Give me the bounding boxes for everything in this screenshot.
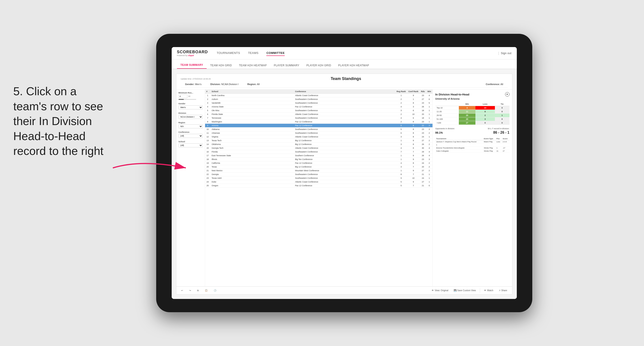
table-row[interactable]: 7 Tennessee Southeastern Conference 4 6 … — [205, 116, 432, 120]
h2h-row: Top 10 3 13 0 — [436, 106, 510, 110]
h2h-close-button[interactable]: × — [505, 92, 510, 97]
nav-committee[interactable]: COMMITTEE — [266, 50, 285, 56]
view-original-btn[interactable]: 👁View: Original — [430, 289, 450, 292]
copy-btn[interactable]: ⧉ — [196, 289, 200, 292]
filter-min-rounds: Minimum Rou... 30 — [178, 92, 203, 100]
table-row[interactable]: 25 Oregon Pac-12 Conference 5 7 21 0 — [205, 184, 432, 187]
opponents-label: Opponents in division: — [436, 128, 455, 130]
table-row[interactable]: 9 Arizona Pac-12 Conference 5 8 22 3 — [205, 124, 432, 128]
col-header-reg-rank: Reg Rank — [395, 89, 407, 94]
tournament-row: Cabo Collegiate Stroke Play 11 17 — [436, 150, 510, 153]
table-row[interactable]: 19 California Pac-12 Conference 4 8 24 2 — [205, 161, 432, 165]
table-row[interactable]: 8 Washington Pac-12 Conference 2 8 23 1 — [205, 120, 432, 124]
table-row[interactable]: 6 Florida State Atlantic Coast Conferenc… — [205, 112, 432, 116]
bottom-toolbar: ↩ ↪ ⧉ 📋 🕐 👁View: Original 💾Save Custom V… — [176, 286, 512, 294]
h2h-row: 51-100 20 3 0 — [436, 117, 510, 121]
table-row[interactable]: 3 Vanderbilt Southeastern Conference 2 8… — [205, 101, 432, 105]
filter-division: Division NCAA Division I — [178, 112, 203, 119]
division-select[interactable]: NCAA Division I — [178, 115, 203, 119]
col-header-conf-rank: Conf Rank — [407, 89, 420, 94]
clock-btn[interactable]: 🕐 — [212, 289, 218, 292]
nav-tournaments[interactable]: TOURNAMENTS — [217, 50, 240, 56]
table-row[interactable]: 5 Ole Miss Southeastern Conference 3 6 1… — [205, 109, 432, 112]
filter-school: School (All) — [178, 141, 203, 147]
logo-powered: Powered by clippd — [177, 54, 208, 57]
panel-header: Update time: 27/03/2024 16:56:26 Team St… — [176, 74, 512, 89]
tournament-table: Tournament Event Type Pos Score Jackson … — [436, 137, 510, 153]
table-row[interactable]: 18 Illinois Big Ten Conference 1 9 23 3 — [205, 158, 432, 161]
annotation-text: 5. Click on a team's row to see their In… — [13, 84, 108, 159]
sidebar-filters: Minimum Rou... 30 Gender Men's — [176, 89, 205, 286]
filter-gender: Gender Men's — [178, 103, 203, 109]
h2h-title: In Division Head-to-Head × — [436, 92, 510, 97]
sub-nav: TEAM SUMMARY TEAM H2H GRID TEAM H2H HEAT… — [172, 59, 517, 69]
standings-area: # School Conference Reg Rank Conf Rank R… — [205, 89, 432, 286]
standings-table: # School Conference Reg Rank Conf Rank R… — [205, 89, 432, 187]
opponents-pct: 99.1% — [436, 131, 443, 134]
table-row[interactable]: 24 Duke Atlantic Coast Conference 5 9 27… — [205, 180, 432, 184]
panel-body: Minimum Rou... 30 Gender Men's — [176, 89, 512, 286]
sub-nav-team-h2h-grid[interactable]: TEAM H2H GRID — [207, 62, 236, 69]
toolbar-sep-1 — [480, 288, 480, 293]
main-content: Update time: 27/03/2024 16:56:26 Team St… — [172, 69, 517, 299]
sub-nav-player-h2h-grid[interactable]: PLAYER H2H GRID — [303, 62, 335, 69]
table-row[interactable]: 1 North Carolina Atlantic Coast Conferen… — [205, 94, 432, 97]
table-row[interactable]: 14 Oklahoma Big 12 Conference 3 8 26 2 — [205, 143, 432, 146]
redo-btn[interactable]: ↪ — [188, 289, 192, 292]
update-time: Update time: 27/03/2024 16:56:26 — [181, 78, 211, 80]
h2h-panel: In Division Head-to-Head × University of… — [432, 89, 512, 286]
inner-panel: Update time: 27/03/2024 16:56:26 Team St… — [176, 74, 512, 295]
conference-select[interactable]: (All) — [178, 134, 203, 138]
table-row[interactable]: 10 Alabama Southeastern Conference 5 8 2… — [205, 128, 432, 131]
table-row[interactable]: 21 New Mexico Mountain West Conference 1… — [205, 169, 432, 173]
table-row[interactable]: 11 Arkansas Southeastern Conference 6 8 … — [205, 131, 432, 135]
top-nav: SCOREBOARD Powered by clippd TOURNAMENTS… — [172, 47, 517, 59]
save-custom-btn[interactable]: 💾Save Custom View — [452, 289, 477, 292]
table-row[interactable]: 4 Arizona State Pac-12 Conference 4 3 26… — [205, 105, 432, 109]
table-row[interactable]: 23 Texas A&M Southeastern Conference 9 1… — [205, 176, 432, 180]
region-select[interactable]: N/A — [178, 124, 203, 128]
tournament-row: 1 — [436, 143, 510, 147]
nav-teams[interactable]: TEAMS — [248, 50, 258, 56]
sub-nav-player-summary[interactable]: PLAYER SUMMARY — [270, 62, 303, 69]
h2h-team-name: University of Arizona — [436, 97, 510, 100]
panel-title: Team Standings — [331, 76, 361, 81]
logo-area: SCOREBOARD Powered by clippd — [177, 50, 208, 57]
table-row[interactable]: 12 Virginia Atlantic Coast Conference 3 … — [205, 135, 432, 139]
sub-nav-team-h2h-heatmap[interactable]: TEAM H2H HEATMAP — [236, 62, 270, 69]
h2h-row: 26-50 25 2 1 — [436, 114, 510, 117]
table-row[interactable]: 20 Texas Big 12 Conference 3 7 20 2 — [205, 165, 432, 169]
undo-btn[interactable]: ↩ — [180, 289, 184, 292]
school-select[interactable]: (All) — [178, 143, 203, 147]
share-btn[interactable]: ↗Share — [497, 289, 508, 292]
sub-nav-player-h2h-heatmap[interactable]: PLAYER H2H HEATMAP — [335, 62, 373, 69]
h2h-breakdown-table: Win Loss Tie Top 10 3 13 0 11-25 11 8 0 … — [436, 102, 510, 125]
sub-nav-team-summary[interactable]: TEAM SUMMARY — [177, 62, 207, 69]
tournament-row: Arizona Thunderbirds Intercollegiate Str… — [436, 147, 510, 150]
table-row[interactable]: 15 Georgia Tech Atlantic Coast Conferenc… — [205, 146, 432, 150]
col-header-conference: Conference — [294, 89, 395, 94]
h2h-row: 11-25 11 8 0 — [436, 110, 510, 114]
filter-region: Region N/A — [178, 122, 203, 128]
gender-select[interactable]: Men's — [178, 105, 203, 109]
sign-out-link[interactable]: Sign out — [501, 51, 512, 55]
tournament-row: Jackson T. Stephens Cup Men's Match-Play… — [436, 140, 510, 143]
logo-scoreboard: SCOREBOARD — [177, 50, 208, 54]
table-row[interactable]: 13 Texas Tech Big 12 Conference 1 9 27 2 — [205, 139, 432, 143]
table-row[interactable]: 16 Florida Southeastern Conference 7 7 2… — [205, 150, 432, 154]
col-header-num: # — [205, 89, 210, 94]
h2h-row: >100 27 0 0 — [436, 121, 510, 125]
wlt-record: 86 - 26 - 1 — [493, 131, 510, 135]
filter-conference: Conference (All) — [178, 131, 203, 138]
table-row[interactable]: 2 Auburn Southeastern Conference 2 1 27 … — [205, 97, 432, 101]
toolbar-right: 👁View: Original 💾Save Custom View 👁Watch… — [430, 288, 508, 293]
watch-btn[interactable]: 👁Watch — [483, 289, 495, 292]
nav-items: TOURNAMENTS TEAMS COMMITTEE — [217, 50, 358, 56]
paste-btn[interactable]: 📋 — [204, 289, 209, 292]
wlt-row: 99.1% 86 - 26 - 1 — [436, 131, 510, 135]
table-row[interactable]: 22 Georgia Southeastern Conference 8 7 2… — [205, 173, 432, 176]
filters-row: Gender: Men's Division: NCAA Division I … — [181, 81, 508, 87]
col-header-win: Win — [426, 89, 432, 94]
table-row[interactable]: 17 East Tennessee State Southern Confere… — [205, 154, 432, 158]
min-rounds-input[interactable] — [178, 95, 188, 98]
